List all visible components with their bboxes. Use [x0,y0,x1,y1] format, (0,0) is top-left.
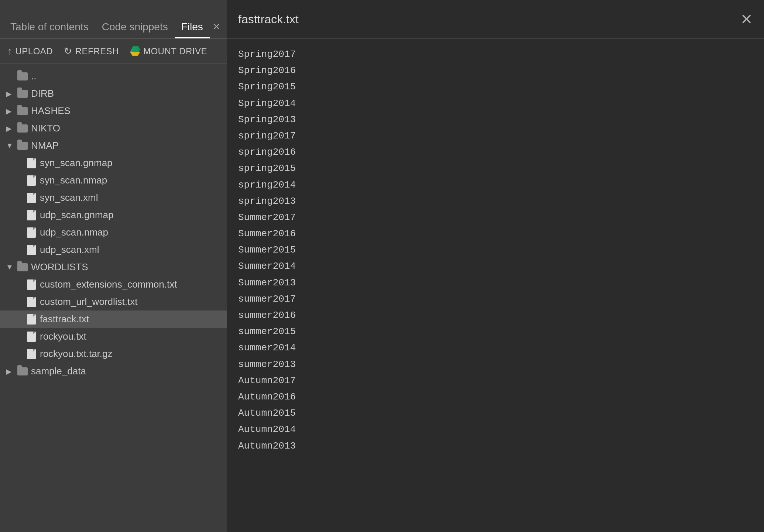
tree-item-syn_scan_nmap[interactable]: syn_scan.nmap [0,172,227,189]
content-line: summer2015 [238,323,753,340]
tree-label-custom_url: custom_url_wordlist.txt [40,296,221,308]
tree-label-parent: .. [31,71,221,82]
tree-label-syn_scan_nmap: syn_scan.nmap [40,175,221,186]
folder-icon [17,367,28,375]
file-icon [26,349,37,359]
file-title: fasttrack.txt [238,13,740,26]
file-content: Spring2017Spring2016Spring2015Spring2014… [227,39,764,532]
tree-label-dirb: DIRB [31,88,221,99]
tree-item-wordlists[interactable]: ▼WORDLISTS [0,258,227,276]
content-line: Autumn2017 [238,373,753,389]
file-icon [26,332,37,342]
tree-label-udp_scan_nmap: udp_scan.nmap [40,227,221,238]
file-icon [26,158,37,168]
content-line: Summer2015 [238,242,753,258]
content-line: Autumn2013 [238,438,753,454]
tree-item-custom_ext[interactable]: custom_extensions_common.txt [0,276,227,293]
content-line: Summer2013 [238,275,753,291]
mount-drive-label: MOUNT DRIVE [143,46,207,56]
tree-item-fasttrack[interactable]: fasttrack.txt [0,310,227,328]
file-header: fasttrack.txt ✕ [227,0,764,39]
mount-drive-button[interactable]: MOUNT DRIVE [130,46,207,56]
file-icon [26,314,37,325]
content-line: summer2016 [238,307,753,323]
upload-button[interactable]: ↑ UPLOAD [7,45,53,57]
content-line: Spring2016 [238,62,753,79]
content-line: spring2016 [238,144,753,160]
tree-label-syn_scan_gnmap: syn_scan.gnmap [40,157,221,169]
content-line: summer2014 [238,340,753,356]
refresh-label: REFRESH [75,46,119,56]
tree-label-nikto: NIKTO [31,123,221,134]
tree-item-udp_scan_gnmap[interactable]: udp_scan.gnmap [0,206,227,224]
folder-icon [17,263,28,271]
tree-label-fasttrack: fasttrack.txt [40,313,221,325]
content-line: summer2017 [238,291,753,307]
tree-label-sample_data: sample_data [31,365,221,377]
content-line: Autumn2014 [238,421,753,437]
folder-icon [17,124,28,133]
tree-label-custom_ext: custom_extensions_common.txt [40,279,221,290]
content-line: Summer2017 [238,209,753,226]
folder-icon [17,107,28,115]
tree-item-nikto[interactable]: ▶NIKTO [0,120,227,137]
file-icon [26,193,37,203]
folder-icon [17,90,28,98]
tree-label-rockyou_tar: rockyou.txt.tar.gz [40,348,221,360]
tree-arrow-hashes: ▶ [6,107,14,116]
content-line: Spring2014 [238,95,753,111]
content-line: spring2017 [238,128,753,144]
tab-code-snippets[interactable]: Code snippets [95,16,175,38]
close-tab-icon[interactable]: × [213,20,220,32]
content-line: summer2013 [238,356,753,373]
tree-item-hashes[interactable]: ▶HASHES [0,102,227,120]
file-tree: ..▶DIRB▶HASHES▶NIKTO▼NMAPsyn_scan.gnmaps… [0,64,227,532]
content-line: Autumn2015 [238,405,753,421]
tree-item-custom_url[interactable]: custom_url_wordlist.txt [0,293,227,310]
content-line: Summer2016 [238,226,753,242]
tree-item-nmap[interactable]: ▼NMAP [0,137,227,154]
tree-label-rockyou: rockyou.txt [40,331,221,342]
tree-arrow-nikto: ▶ [6,124,14,133]
tree-item-parent[interactable]: .. [0,68,227,85]
tree-label-wordlists: WORDLISTS [31,261,221,273]
content-line: spring2015 [238,160,753,176]
tree-item-udp_scan_xml[interactable]: udp_scan.xml [0,241,227,258]
tree-item-rockyou_tar[interactable]: rockyou.txt.tar.gz [0,345,227,363]
tree-item-dirb[interactable]: ▶DIRB [0,85,227,102]
tree-arrow-wordlists: ▼ [6,263,14,271]
content-line: Spring2017 [238,46,753,62]
content-line: Summer2014 [238,258,753,274]
tree-label-hashes: HASHES [31,105,221,117]
tree-label-udp_scan_gnmap: udp_scan.gnmap [40,209,221,221]
tree-item-rockyou[interactable]: rockyou.txt [0,328,227,345]
tab-files[interactable]: Files [175,16,210,38]
upload-icon: ↑ [7,45,13,57]
file-icon [26,297,37,307]
refresh-button[interactable]: ↻ REFRESH [64,45,119,57]
tree-item-udp_scan_nmap[interactable]: udp_scan.nmap [0,224,227,241]
tree-item-syn_scan_xml[interactable]: syn_scan.xml [0,189,227,206]
tab-table-of-contents[interactable]: Table of contents [4,16,95,38]
content-line: Spring2013 [238,111,753,128]
file-icon [26,279,37,290]
tree-label-syn_scan_xml: syn_scan.xml [40,192,221,203]
content-line: spring2013 [238,193,753,209]
tree-item-sample_data[interactable]: ▶sample_data [0,363,227,380]
tree-arrow-dirb: ▶ [6,89,14,98]
right-panel: fasttrack.txt ✕ Spring2017Spring2016Spri… [227,0,764,532]
google-drive-icon [130,46,140,56]
file-icon [26,245,37,255]
toolbar: ↑ UPLOAD ↻ REFRESH MOUNT DRIVE [0,39,227,64]
file-icon [26,210,37,220]
content-line: spring2014 [238,177,753,193]
left-panel: Table of contents Code snippets Files × … [0,0,227,532]
tree-item-syn_scan_gnmap[interactable]: syn_scan.gnmap [0,154,227,172]
tree-arrow-sample_data: ▶ [6,367,14,376]
close-file-button[interactable]: ✕ [740,12,753,27]
file-icon [26,227,37,238]
tree-label-udp_scan_xml: udp_scan.xml [40,244,221,255]
tree-label-nmap: NMAP [31,140,221,151]
content-line: Spring2015 [238,79,753,95]
refresh-icon: ↻ [64,45,72,57]
